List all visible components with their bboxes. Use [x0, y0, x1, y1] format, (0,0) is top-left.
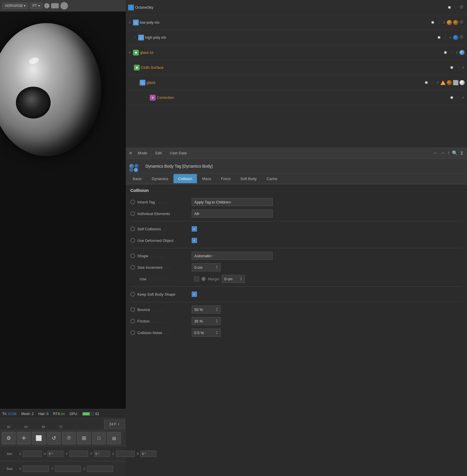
view-button[interactable] — [51, 3, 59, 8]
stepper-collision-noise[interactable]: 0.5 % ▲ ▼ — [192, 329, 221, 337]
transform-bar: tion X H Y P Z B — [0, 446, 126, 461]
radio-inherit-tag[interactable] — [130, 200, 135, 204]
margin-label: Margin — [208, 277, 219, 281]
nav-forward-icon[interactable]: → — [440, 150, 445, 156]
timeline-ruler[interactable]: 60 64 68 72 — [0, 418, 103, 430]
tab-cache[interactable]: Cache — [262, 174, 282, 183]
checkbox-use[interactable] — [194, 276, 199, 281]
particle-tool[interactable]: Ⓟ — [62, 432, 76, 444]
tab-dynamics[interactable]: Dynamics — [147, 174, 173, 183]
octanesky-label: OctaneSky — [135, 5, 446, 10]
value-inherit-tag[interactable]: Apply Tag to Children — [192, 198, 273, 206]
glass-label: glass — [147, 80, 422, 85]
size-z-field[interactable]: 94.22 cm — [87, 466, 113, 472]
vis-cor-1: 🔲 — [449, 95, 454, 100]
tree-item-correction[interactable]: └ ⚙ Correction 🔲 ⋮ ✓ — [126, 90, 467, 105]
vis-icon-2: ⋮ — [453, 5, 458, 10]
cloth-surface-icon: ◆ — [134, 65, 140, 71]
renderer-dropdown[interactable]: PT ▾ — [30, 3, 42, 9]
prop-row-keep-soft-body: Keep Soft Body Shape ✓ — [130, 289, 462, 299]
radio-friction[interactable] — [130, 319, 135, 323]
tag-header: Dynamics Body Tag [Dynamics Body] — [126, 159, 467, 173]
stepper-bounce[interactable]: 50 % ▲ ▼ — [192, 305, 221, 314]
tree-item-high-poly-iris[interactable]: └ □ high poly iris 🔲 ⋮ ✓ — [126, 30, 467, 45]
color-mode-dropdown[interactable]: HDR/sRGB ▾ — [2, 3, 28, 9]
render-sphere — [44, 3, 49, 8]
timeline-mark-68: 68 — [35, 425, 52, 429]
size-y-field[interactable]: 184.692 cm — [55, 466, 81, 472]
value-individual-elements[interactable]: All — [192, 210, 273, 218]
frame-input[interactable]: 24 F ⬆ — [104, 420, 125, 429]
tree-item-glass[interactable]: □ glass 🔲 ⋮ ✓ — [126, 75, 467, 90]
stepper-margin[interactable]: 0 cm ▲ ▼ — [222, 275, 245, 283]
vis-g-2: ⋮ — [430, 80, 435, 85]
scale-tool[interactable]: ⬜ — [32, 432, 46, 444]
grid-tool[interactable]: ⊞ — [77, 432, 91, 444]
move-tool[interactable]: ✛ — [17, 432, 31, 444]
label-friction: Friction . . . . . . . — [137, 319, 189, 323]
tree-item-cloth-surface[interactable]: ◆ Cloth Surface 🔲 ⋮ ✓ — [126, 60, 467, 75]
tree-item-low-poly-iris[interactable]: ▼ □ low poly iris 🔲 ⋮ ✓ — [126, 15, 467, 30]
tab-force[interactable]: Force — [216, 174, 235, 183]
tab-basic[interactable]: Basic — [128, 174, 147, 183]
camera-button[interactable] — [60, 2, 68, 10]
radio-use-deformed[interactable] — [130, 238, 135, 243]
stepper-size-increment[interactable]: 0 cm ▲ ▼ — [192, 263, 221, 271]
stepper-friction[interactable]: 35 % ▲ ▼ — [192, 317, 221, 325]
settings-tool[interactable]: ⚙ — [2, 432, 16, 444]
cloth-surface-label: Cloth Surface — [141, 65, 448, 70]
vis-cor-2: ⋮ — [455, 95, 461, 100]
vis-lp-2: ⋮ — [436, 20, 442, 25]
separator-1 — [130, 221, 462, 221]
tab-mass[interactable]: Mass — [197, 174, 216, 183]
mat-g-tri — [440, 80, 446, 85]
tab-collision[interactable]: Collision — [173, 174, 197, 183]
check-cs: ✓ — [462, 66, 465, 70]
nav-search-icon[interactable]: 🔍 — [452, 150, 458, 156]
rot-h-field[interactable] — [47, 451, 63, 457]
film-tool[interactable]: ▤ — [107, 432, 121, 444]
tag-icon-sphere-4 — [134, 168, 138, 172]
high-poly-iris-icon: □ — [138, 35, 144, 40]
check-lp: ✓ — [443, 21, 446, 25]
stepper-down-bounce[interactable]: ▼ — [216, 310, 218, 312]
stepper-down-friction[interactable]: ▼ — [216, 321, 218, 323]
pos-x-field[interactable] — [23, 451, 42, 457]
edit-button[interactable]: Edit — [153, 150, 164, 156]
radio-shape[interactable] — [130, 253, 135, 258]
hamburger-icon[interactable]: ≡ — [129, 151, 132, 156]
pos-y-field[interactable] — [69, 451, 88, 457]
section-title: Collision — [130, 188, 462, 193]
rot-p-field[interactable] — [94, 451, 110, 457]
stepper-down-noise[interactable]: ▼ — [216, 333, 218, 335]
stepper-down-margin[interactable]: ▼ — [240, 279, 242, 281]
radio-size-increment[interactable] — [130, 265, 135, 270]
mode-button[interactable]: Mode — [135, 150, 149, 156]
prop-row-size-increment: Size Increment . . . . 0 cm ▲ ▼ — [130, 262, 462, 273]
rotate-tool[interactable]: ↺ — [47, 432, 61, 444]
value-shape[interactable]: Automatic — [192, 252, 273, 260]
user-data-button[interactable]: User Data — [167, 150, 189, 156]
stepper-down-size[interactable]: ▼ — [216, 267, 218, 270]
vis-cs-1: 🔲 — [449, 65, 454, 70]
timeline-bar: 60 64 68 72 24 F ⬆ — [0, 418, 126, 430]
checkbox-use-deformed[interactable]: ✓ — [192, 238, 197, 243]
size-x-field[interactable]: 184.692 cm — [23, 466, 49, 472]
tree-item-glass-ss[interactable]: ▼ ◆ glass ss 🔲 ⋮ ✓ — [126, 45, 467, 60]
tree-item-octanesky[interactable]: 🌐 OctaneSky 🔲 ⋮ — [126, 0, 467, 15]
radio-individual-elements[interactable] — [130, 211, 135, 216]
radio-keep-soft-body[interactable] — [130, 292, 135, 297]
nav-up-icon[interactable]: ↑ — [447, 150, 450, 156]
pin-tool[interactable]: ⬡ — [92, 432, 106, 444]
radio-collision-noise[interactable] — [130, 330, 135, 335]
glass-icon: □ — [140, 80, 145, 86]
radio-self-collisions[interactable] — [130, 227, 135, 231]
nav-filter-icon[interactable]: ⊻ — [460, 150, 464, 156]
radio-bounce[interactable] — [130, 307, 135, 312]
checkbox-keep-soft-body[interactable]: ✓ — [192, 292, 197, 297]
mat-g-1 — [447, 80, 452, 85]
nav-back-icon[interactable]: ← — [433, 150, 438, 156]
vis-gs-1: 🔲 — [443, 50, 448, 55]
tab-soft-body[interactable]: Soft Body — [236, 174, 261, 183]
checkbox-self-collisions[interactable]: ✓ — [192, 226, 197, 231]
